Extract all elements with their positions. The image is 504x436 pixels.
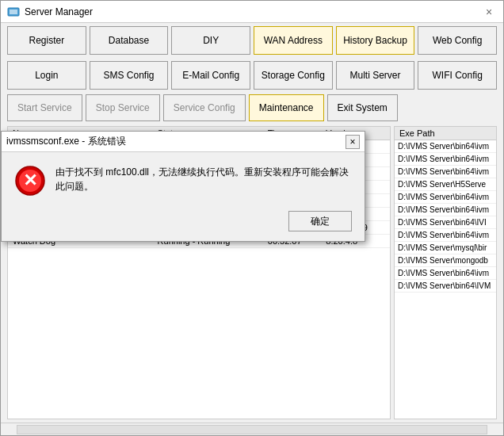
error-title-bar: ivmssmsconf.exe - 系统错误 × <box>2 132 365 152</box>
svg-rect-1 <box>10 10 17 14</box>
server-manager-window: Server Manager × Register Database DIY W… <box>0 0 504 436</box>
exe-path-panel: Exe Path D:\IVMS Server\bin64\ivmD:\IVMS… <box>394 126 497 419</box>
svg-text:✕: ✕ <box>23 170 37 190</box>
service-config-button[interactable]: Service Config <box>163 94 246 121</box>
register-button[interactable]: Register <box>7 26 86 55</box>
app-icon <box>7 6 20 18</box>
diy-button[interactable]: DIY <box>171 26 250 55</box>
email-config-button[interactable]: E-Mail Config <box>171 61 250 90</box>
exe-path-item: D:\IVMS Server\bin64\IVI <box>395 216 496 229</box>
storage-config-button[interactable]: Storage Config <box>254 61 333 90</box>
error-body: ✕ 由于找不到 mfc100.dll，无法继续执行代码。重新安装程序可能会解决此… <box>2 152 365 205</box>
sms-config-button[interactable]: SMS Config <box>90 61 169 90</box>
title-bar: Server Manager × <box>1 1 503 23</box>
error-dialog-close-button[interactable]: × <box>346 135 360 149</box>
error-footer: 确定 <box>2 205 365 241</box>
toolbar-row-1: Register Database DIY WAN Address Histor… <box>1 23 503 58</box>
maintenance-button[interactable]: Maintenance <box>249 94 324 121</box>
error-ok-button[interactable]: 确定 <box>288 211 352 231</box>
window-close-button[interactable]: × <box>481 4 497 20</box>
error-dialog-title: ivmssmsconf.exe - 系统错误 <box>6 135 126 148</box>
exe-path-item: D:\IVMS Server\H5Serve <box>395 178 496 191</box>
multi-server-button[interactable]: Multi Server <box>336 61 415 90</box>
exe-path-item: D:\IVMS Server\bin64\ivm <box>395 140 496 153</box>
exe-path-item: D:\IVMS Server\bin64\ivm <box>395 267 496 280</box>
exit-system-button[interactable]: Exit System <box>327 94 398 121</box>
error-message: 由于找不到 mfc100.dll，无法继续执行代码。重新安装程序可能会解决此问题… <box>55 165 352 193</box>
web-config-button[interactable]: Web Config <box>418 26 497 55</box>
main-area: Name Status Time Version Data ServerRunn… <box>1 123 503 423</box>
action-row: Start Service Stop Service Service Confi… <box>1 93 503 123</box>
exe-path-item: D:\IVMS Server\bin64\ivm <box>395 153 496 166</box>
exe-path-item: D:\IVMS Server\bin64\ivm <box>395 229 496 242</box>
login-button[interactable]: Login <box>7 61 86 90</box>
exe-path-item: D:\IVMS Server\mongodb <box>395 254 496 267</box>
start-service-button[interactable]: Start Service <box>7 94 82 121</box>
error-dialog: ivmssmsconf.exe - 系统错误 × ✕ 由于找不到 mfc100.… <box>1 131 365 242</box>
exe-path-item: D:\IVMS Server\mysql\bir <box>395 242 496 254</box>
horizontal-scrollbar[interactable] <box>17 425 487 434</box>
bottom-bar <box>1 423 503 435</box>
exe-path-item: D:\IVMS Server\bin64\ivm <box>395 166 496 178</box>
exe-path-item: D:\IVMS Server\bin64\ivm <box>395 204 496 216</box>
stop-service-button[interactable]: Stop Service <box>86 94 160 121</box>
wifi-config-button[interactable]: WIFI Config <box>418 61 497 90</box>
window-title: Server Manager <box>25 6 93 17</box>
toolbar-row-2: Login SMS Config E-Mail Config Storage C… <box>1 58 503 93</box>
error-icon: ✕ <box>14 165 46 197</box>
wan-address-button[interactable]: WAN Address <box>254 26 333 55</box>
exe-path-list: D:\IVMS Server\bin64\ivmD:\IVMS Server\b… <box>395 140 496 293</box>
exe-path-header: Exe Path <box>395 127 496 140</box>
exe-path-item: D:\IVMS Server\bin64\ivm <box>395 191 496 204</box>
exe-path-item: D:\IVMS Server\bin64\IVM <box>395 280 496 293</box>
title-bar-left: Server Manager <box>7 6 93 18</box>
history-backup-button[interactable]: History Backup <box>336 26 415 55</box>
database-button[interactable]: Database <box>90 26 169 55</box>
